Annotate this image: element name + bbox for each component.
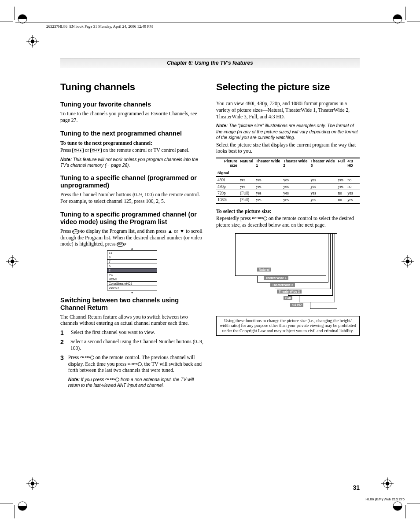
specific-channel-text: Press the Channel Number buttons (0–9, 1… [60,192,204,205]
svg-point-19 [31,482,34,485]
step-3: Press CH RTN on the remote control. The … [68,355,204,390]
enter-button-icon: ENTER [72,229,79,234]
to-select-text: Repeatedly press PIC SIZE on the remote … [216,216,360,229]
program-list-row: ColorStreamHD2 [107,281,157,286]
picsize-icon: PIC SIZE [252,217,263,220]
left-column: Tuning channels Tuning your favorite cha… [60,81,204,393]
footer-code: HL86 (E/F) Web 213:276 [365,497,405,501]
h2-channel-return: Switching between two channels using Cha… [60,297,204,311]
scroll-up-icon: ▲ [107,247,157,250]
table-row: 480iyesyesyesyesyesno [216,176,360,184]
header-rule [15,22,405,22]
h1-tuning-channels: Tuning channels [60,81,204,93]
svg-point-5 [393,502,402,510]
table-row: 480pyesyesyesyesyesno [216,183,360,190]
col-tw3: Theater Wide 3 [309,158,336,176]
chrtn-icon: CH RTN [128,363,138,365]
col-43hd: 4:3 HD [346,158,360,176]
chrtn-icon: CH RTN [105,378,115,381]
svg-point-11 [406,260,409,263]
tag-natural: Natural [257,268,271,272]
to-select-strong: To select the picture size: [216,208,360,215]
col-tw2: Theater Wide 2 [282,158,309,176]
program-list-row: 11 [107,251,157,255]
h2-program-list: Tuning to a specific programmed channel … [60,211,204,225]
svg-point-23 [386,482,389,485]
scroll-down-icon: ▼ [107,291,157,294]
program-list-text: Press ENTER to display the Program list,… [60,228,204,248]
h2-next-programmed: Tuning to the next programmed channel [60,130,204,137]
step-2: Select a second channel using the Channe… [70,339,204,352]
program-list-row: PC [107,272,157,277]
program-list-illustration: ▲ 119762PCHDMIColorStreamHD2Video 2 ▼ [107,250,157,290]
next-programmed-strong: To tune to the next programmed channel: [60,140,204,147]
svg-point-22 [383,480,391,488]
enter-button-icon: ENTER [117,242,124,247]
ch-down-icon: CH▼ [90,148,101,153]
col-natural: Natural [239,158,254,176]
svg-point-7 [31,40,34,43]
program-list-row: 7 [107,259,157,264]
picture-size-note: Note: The "picture size" illustrations a… [216,123,360,140]
arrow-down-icon: ▼ [180,228,184,234]
channel-return-intro: The Channel Return feature allows you to… [60,314,204,327]
right-column: Selecting the picture size You can view … [216,81,360,393]
chapter-heading: Chapter 6: Using the TV's features [60,58,360,68]
tag-full: Full [284,296,292,300]
page-number: 31 [353,484,360,491]
h1-picture-size: Selecting the picture size [216,81,360,93]
next-programmed-note: Note: This feature will not work unless … [60,157,204,169]
table-row: 720p(Full)yesyesyesnoyes [216,190,360,196]
table-corner: Picture size Signal [216,158,239,176]
program-list-row: Video 2 [107,286,157,290]
svg-point-15 [11,260,14,263]
copyright-disclaimer: Using these functions to change the pict… [216,316,360,336]
header-filename: 263237HL86_EN.book Page 31 Monday, April… [46,24,153,29]
svg-point-10 [404,257,412,265]
svg-point-4 [18,502,27,510]
step-1: Select the first channel you want to vie… [71,330,155,336]
channel-return-steps: 1Select the first channel you want to vi… [60,330,204,390]
tag-43hd: 4:3 HD [290,303,303,307]
next-programmed-press: Press CH▲ or CH▼ on the remote control o… [60,147,204,154]
svg-point-6 [29,37,37,45]
svg-point-18 [29,480,37,488]
arrow-up-icon: ▲ [168,228,173,234]
tag-tw3: TheaterWide 3 [277,290,302,294]
h2-specific-channel: Tuning to a specific channel (programmed… [60,174,204,189]
col-full: Full [337,158,346,176]
program-list-row: 6 [107,264,157,268]
picture-size-illustration: Natural TheaterWide 1 TheaterWide 2 Thea… [231,233,345,312]
h2-favorite: Tuning your favorite channels [60,101,204,108]
program-list-row: HDMI [107,277,157,281]
program-list-row: 9 [107,255,157,259]
picture-size-intro: You can view 480i, 480p, 720p, and 1080i… [216,101,360,120]
page-content: Chapter 6: Using the TV's features Tunin… [60,58,360,393]
ch-up-icon: CH▲ [72,148,83,153]
frame-natural [235,233,326,276]
favorite-text: To tune to the channels you programmed a… [60,111,204,124]
tag-tw2: TheaterWide 2 [270,283,295,287]
picture-size-select-p: Select the picture size that displays th… [216,142,360,155]
chrtn-icon: CH RTN [80,356,90,359]
table-row: 1080i(Full)yesyesyesnoyes [216,196,360,203]
tag-tw1: TheaterWide 1 [264,276,288,280]
picture-size-table: Picture size Signal Natural Theater Wide… [216,158,360,204]
svg-point-14 [8,257,16,265]
col-tw1: Theater Wide 1 [254,158,282,176]
program-list-row: 2 [107,268,157,272]
